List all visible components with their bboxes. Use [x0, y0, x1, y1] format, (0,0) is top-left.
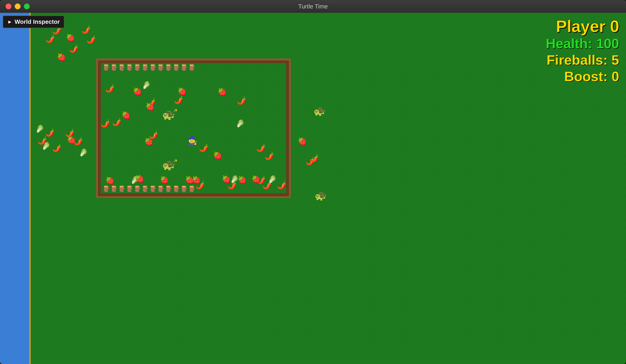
game-arena: 🪵🪵🪵🪵🪵🪵🪵🪵🪵🪵🪵🪵 🪵🪵🪵🪵🪵🪵🪵🪵🪵🪵🪵🪵 🍓 🌶️ 🌶️ 🍓 🍓 🌶️…	[96, 59, 291, 198]
arena-chili-8: 🌶️	[199, 144, 208, 152]
hud-panel: Player 0 Health: 100 Fireballs: 5 Boost:…	[546, 17, 619, 85]
close-button[interactable]	[5, 3, 11, 9]
arena-turtle-2: 🐢✨	[162, 159, 175, 171]
hud-health: Health: 100	[546, 35, 619, 52]
arena-strawberry-3: 🍓	[177, 88, 187, 95]
blue-side-panel	[0, 13, 29, 364]
game-area: ► World Inspector Player 0 Health: 100 F…	[0, 13, 626, 364]
hud-boost: Boost: 0	[546, 68, 619, 85]
wizard-sprite: 🧙	[187, 136, 197, 145]
arena-inner: 🪵🪵🪵🪵🪵🪵🪵🪵🪵🪵🪵🪵 🪵🪵🪵🪵🪵🪵🪵🪵🪵🪵🪵🪵 🍓 🌶️ 🌶️ 🍓 🍓 🌶️…	[101, 63, 286, 194]
maximize-button[interactable]	[24, 3, 30, 9]
arena-lettuce-2: 🥬	[236, 120, 245, 127]
world-strawberry-2: 🍓	[57, 53, 66, 62]
arena-strawberry-7: 🍓	[213, 152, 222, 159]
arena-strawberry-6: 🍓	[144, 138, 154, 145]
titlebar: Turtle Time	[0, 0, 626, 13]
boundary-line	[29, 13, 31, 364]
world-chili-4: 🌶️	[86, 35, 96, 44]
arena-strawberry-8: 🍓	[105, 177, 115, 184]
fence-top-posts: 🪵🪵🪵🪵🪵🪵🪵🪵🪵🪵🪵🪵	[103, 64, 196, 71]
world-chili-2: 🌶️	[46, 34, 55, 43]
traffic-lights	[5, 3, 30, 9]
arena-chili-5: 🌶️	[112, 118, 121, 126]
arena-chili-1: 🌶️	[105, 85, 115, 92]
app-window: Turtle Time ► World Inspector Player 0 H…	[0, 0, 626, 364]
arena-strawberry-1: 🍓	[133, 88, 142, 95]
world-lettuce-1: 🥬	[36, 124, 45, 133]
world-turtle-1: 🐢	[313, 105, 325, 117]
arena-strawberry-9: 🍓	[135, 175, 144, 182]
player-turtle: 🐢✨	[162, 108, 175, 121]
world-inspector-button[interactable]: ► World Inspector	[3, 16, 64, 28]
fence-top: 🪵🪵🪵🪵🪵🪵🪵🪵🪵🪵🪵🪵	[103, 64, 284, 71]
world-chili-5: 🌶️	[69, 44, 78, 53]
fence-bottom-posts: 🪵🪵🪵🪵🪵🪵🪵🪵🪵🪵🪵🪵	[103, 185, 196, 193]
grass-background	[0, 13, 626, 364]
window-title: Turtle Time	[298, 3, 328, 10]
arena-lettuce-1: 🥬	[142, 81, 151, 89]
hud-fireballs: Fireballs: 5	[546, 52, 619, 68]
arena-chili-3: 🌶️	[174, 96, 183, 103]
world-lettuce-2: 🥬	[42, 141, 51, 150]
minimize-button[interactable]	[15, 3, 21, 9]
arena-strawberry-14: 🍓	[238, 176, 247, 184]
arena-chili-10: 🌶️	[265, 152, 274, 160]
arena-strawberry-5: 🍓	[121, 112, 130, 119]
arena-lettuce-5: 🥬	[268, 176, 277, 183]
arena-chili-4: 🌶️	[237, 97, 246, 104]
world-turtle-2: 🐢	[314, 190, 326, 201]
collapse-arrow-icon: ►	[7, 19, 12, 25]
arena-strawberry-15: 🍓	[251, 176, 261, 183]
world-chili-9: 🌶️	[52, 144, 61, 152]
hud-player-name: Player 0	[546, 17, 619, 35]
world-lettuce-3: 🥬	[79, 148, 88, 157]
arena-strawberry-4: 🍓	[218, 88, 227, 96]
arena-strawberry-10: 🍓	[160, 176, 169, 184]
world-strawberry-1: 🍓	[66, 33, 75, 42]
arena-chili-6: 🌶️	[101, 120, 110, 127]
world-inspector-label: World Inspector	[15, 18, 60, 25]
arena-strawberry-2: 🍓	[145, 103, 155, 110]
world-chili-6: 🌶️	[45, 128, 54, 137]
world-chili-10: 🌶️	[74, 137, 83, 146]
arena-chili-9: 🌶️	[256, 144, 266, 152]
world-strawberry-4: 🍓	[298, 137, 307, 146]
world-chili-12: 🌶️	[310, 154, 319, 163]
world-chili-3: 🌶️	[81, 25, 91, 34]
fence-bottom: 🪵🪵🪵🪵🪵🪵🪵🪵🪵🪵🪵🪵	[103, 185, 284, 193]
